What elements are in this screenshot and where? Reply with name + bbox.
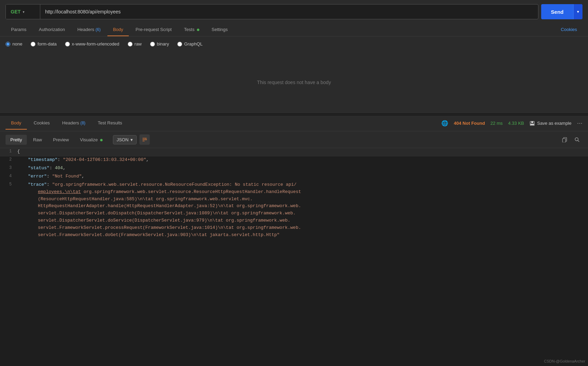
tab-headers[interactable]: Headers (6) [72,23,106,36]
view-tab-visualize[interactable]: Visualize [75,135,107,145]
wrap-lines-icon [142,137,147,142]
globe-icon: 🌐 [441,120,448,126]
tab-tests[interactable]: Tests [179,23,205,36]
code-line-2: 2 "timestamp": "2024-04-12T06:13:03.324+… [0,156,588,165]
send-dropdown-button[interactable]: ▾ [573,4,582,19]
svg-line-9 [578,141,579,142]
chevron-down-icon: ▾ [23,10,24,14]
method-label: GET [11,9,21,14]
response-section: Body Cookies Headers (8) Test Results 🌐 … [0,115,588,366]
send-button-group: Send ▾ [541,4,582,19]
status-badge: 404 Not Found [454,121,485,126]
search-button[interactable] [571,134,582,145]
response-size: 4.33 KB [508,121,524,126]
response-code-area: 1 { 2 "timestamp": "2024-04-12T06:13:03.… [0,148,588,366]
tab-cookies[interactable]: Cookies [555,23,582,36]
resp-tab-test-results[interactable]: Test Results [92,117,128,130]
wrap-icon[interactable] [139,134,150,145]
tab-authorization[interactable]: Authorization [33,23,71,36]
watermark: CSDN-@GoldenaArcher [544,359,585,363]
body-option-form-data[interactable]: form-data [31,41,57,47]
response-header: Body Cookies Headers (8) Test Results 🌐 … [0,115,588,131]
body-empty-state: This request does not have a body [0,51,588,113]
resp-tab-cookies[interactable]: Cookies [28,117,55,130]
code-line-3: 3 "status": 404, [0,165,588,173]
code-line-4: 4 "error": "Not Found", [0,173,588,181]
view-tab-pretty[interactable]: Pretty [6,135,27,145]
body-option-none[interactable]: none [6,41,22,47]
svg-rect-2 [531,124,534,125]
body-option-urlencoded[interactable]: x-www-form-urlencoded [65,41,119,47]
tab-params[interactable]: Params [6,23,32,36]
save-example-button[interactable]: Save as example [529,121,571,126]
chevron-down-icon: ▾ [130,137,133,142]
more-options-icon[interactable]: ⋯ [577,120,582,126]
resp-tab-headers[interactable]: Headers (8) [57,117,91,130]
url-input-group: GET ▾ [6,4,538,19]
method-selector[interactable]: GET ▾ [6,4,40,19]
send-button[interactable]: Send [541,4,573,19]
body-option-graphql[interactable]: GraphQL [177,41,202,47]
view-tab-preview[interactable]: Preview [48,135,74,145]
copy-icon [562,137,567,142]
visualize-dot [100,139,103,141]
code-line-5: 5 "trace": "org.springframework.web.serv… [0,181,588,238]
tab-settings[interactable]: Settings [206,23,233,36]
tab-pre-request-script[interactable]: Pre-request Script [130,23,177,36]
response-status-area: 🌐 404 Not Found 22 ms 4.33 KB Save as ex… [441,120,582,126]
copy-button[interactable] [559,134,570,145]
url-input[interactable] [40,9,538,14]
view-tab-raw[interactable]: Raw [28,135,47,145]
top-bar: GET ▾ Send ▾ [0,0,588,23]
view-tabs: Pretty Raw Preview Visualize JSON ▾ [0,131,588,148]
svg-rect-7 [563,139,566,142]
save-icon [529,121,535,126]
svg-rect-1 [531,121,533,123]
code-line-1: 1 { [0,148,588,156]
body-option-raw[interactable]: raw [128,41,142,47]
body-options: none form-data x-www-form-urlencoded raw… [0,37,588,51]
response-json-display: 1 { 2 "timestamp": "2024-04-12T06:13:03.… [0,148,588,238]
resp-tab-body[interactable]: Body [6,117,27,130]
tests-dot [197,29,199,31]
response-time: 22 ms [491,121,503,126]
tab-body[interactable]: Body [107,23,129,36]
request-tab-nav: Params Authorization Headers (6) Body Pr… [0,23,588,37]
body-option-binary[interactable]: binary [150,41,169,47]
format-selector[interactable]: JSON ▾ [113,135,137,144]
search-icon [574,137,580,142]
